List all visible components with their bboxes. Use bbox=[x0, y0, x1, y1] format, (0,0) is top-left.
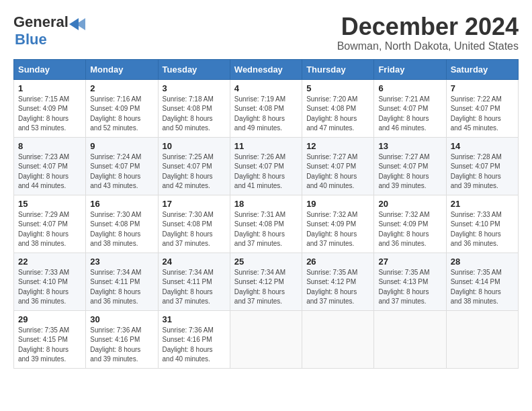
day-info: Sunrise: 7:36 AMSunset: 4:16 PMDaylight:… bbox=[163, 326, 214, 363]
day-info: Sunrise: 7:33 AMSunset: 4:10 PMDaylight:… bbox=[18, 269, 69, 306]
day-number: 19 bbox=[306, 199, 369, 209]
month-title: December 2024 bbox=[337, 13, 519, 40]
day-info: Sunrise: 7:30 AMSunset: 4:08 PMDaylight:… bbox=[163, 211, 214, 248]
logo-blue-text: Blue bbox=[15, 31, 47, 48]
weekday-header-row: SundayMondayTuesdayWednesdayThursdayFrid… bbox=[14, 59, 519, 79]
calendar-cell: 16Sunrise: 7:30 AMSunset: 4:08 PMDayligh… bbox=[86, 195, 158, 253]
day-number: 18 bbox=[234, 199, 298, 209]
week-row-1: 1Sunrise: 7:15 AMSunset: 4:09 PMDaylight… bbox=[14, 79, 519, 137]
calendar-cell: 30Sunrise: 7:36 AMSunset: 4:16 PMDayligh… bbox=[86, 310, 158, 368]
calendar-cell: 18Sunrise: 7:31 AMSunset: 4:08 PMDayligh… bbox=[230, 195, 302, 253]
weekday-header-monday: Monday bbox=[86, 59, 158, 79]
day-number: 13 bbox=[378, 141, 441, 151]
day-info: Sunrise: 7:34 AMSunset: 4:12 PMDaylight:… bbox=[234, 269, 285, 306]
calendar-cell: 8Sunrise: 7:23 AMSunset: 4:07 PMDaylight… bbox=[14, 137, 86, 195]
calendar-cell: 17Sunrise: 7:30 AMSunset: 4:08 PMDayligh… bbox=[158, 195, 230, 253]
location: Bowman, North Dakota, United States bbox=[337, 40, 519, 52]
day-info: Sunrise: 7:35 AMSunset: 4:13 PMDaylight:… bbox=[378, 269, 429, 306]
day-info: Sunrise: 7:15 AMSunset: 4:09 PMDaylight:… bbox=[18, 95, 69, 132]
day-number: 16 bbox=[90, 199, 153, 209]
calendar-cell bbox=[230, 310, 302, 368]
calendar-table: SundayMondayTuesdayWednesdayThursdayFrid… bbox=[13, 59, 519, 369]
day-number: 29 bbox=[18, 314, 81, 324]
day-info: Sunrise: 7:35 AMSunset: 4:15 PMDaylight:… bbox=[18, 326, 69, 363]
day-number: 24 bbox=[163, 257, 226, 267]
day-number: 6 bbox=[378, 83, 441, 93]
calendar-cell bbox=[302, 310, 374, 368]
calendar-cell: 10Sunrise: 7:25 AMSunset: 4:07 PMDayligh… bbox=[158, 137, 230, 195]
day-info: Sunrise: 7:25 AMSunset: 4:07 PMDaylight:… bbox=[163, 153, 214, 190]
day-info: Sunrise: 7:34 AMSunset: 4:11 PMDaylight:… bbox=[163, 269, 214, 306]
day-number: 11 bbox=[234, 141, 298, 151]
day-info: Sunrise: 7:36 AMSunset: 4:16 PMDaylight:… bbox=[90, 326, 141, 363]
calendar-cell: 25Sunrise: 7:34 AMSunset: 4:12 PMDayligh… bbox=[230, 253, 302, 310]
day-number: 17 bbox=[163, 199, 226, 209]
day-info: Sunrise: 7:16 AMSunset: 4:09 PMDaylight:… bbox=[90, 95, 141, 132]
day-info: Sunrise: 7:18 AMSunset: 4:08 PMDaylight:… bbox=[163, 95, 214, 132]
calendar-cell: 15Sunrise: 7:29 AMSunset: 4:07 PMDayligh… bbox=[14, 195, 86, 253]
day-number: 31 bbox=[163, 314, 226, 324]
day-info: Sunrise: 7:24 AMSunset: 4:07 PMDaylight:… bbox=[90, 153, 141, 190]
day-info: Sunrise: 7:28 AMSunset: 4:07 PMDaylight:… bbox=[451, 153, 502, 190]
weekday-header-tuesday: Tuesday bbox=[158, 59, 230, 79]
day-info: Sunrise: 7:21 AMSunset: 4:07 PMDaylight:… bbox=[378, 95, 429, 132]
week-row-2: 8Sunrise: 7:23 AMSunset: 4:07 PMDaylight… bbox=[14, 137, 519, 195]
calendar-cell: 22Sunrise: 7:33 AMSunset: 4:10 PMDayligh… bbox=[14, 253, 86, 310]
calendar-cell: 3Sunrise: 7:18 AMSunset: 4:08 PMDaylight… bbox=[158, 79, 230, 137]
calendar-cell: 9Sunrise: 7:24 AMSunset: 4:07 PMDaylight… bbox=[86, 137, 158, 195]
calendar-cell: 23Sunrise: 7:34 AMSunset: 4:11 PMDayligh… bbox=[86, 253, 158, 310]
day-number: 15 bbox=[18, 199, 81, 209]
day-info: Sunrise: 7:23 AMSunset: 4:07 PMDaylight:… bbox=[18, 153, 69, 190]
day-number: 30 bbox=[90, 314, 153, 324]
day-number: 22 bbox=[18, 257, 81, 267]
day-info: Sunrise: 7:31 AMSunset: 4:08 PMDaylight:… bbox=[234, 211, 285, 248]
calendar-cell: 21Sunrise: 7:33 AMSunset: 4:10 PMDayligh… bbox=[446, 195, 518, 253]
day-number: 1 bbox=[18, 83, 81, 93]
calendar-cell: 27Sunrise: 7:35 AMSunset: 4:13 PMDayligh… bbox=[374, 253, 446, 310]
week-row-3: 15Sunrise: 7:29 AMSunset: 4:07 PMDayligh… bbox=[14, 195, 519, 253]
day-number: 14 bbox=[451, 141, 514, 151]
day-info: Sunrise: 7:29 AMSunset: 4:07 PMDaylight:… bbox=[18, 211, 69, 248]
calendar-cell: 29Sunrise: 7:35 AMSunset: 4:15 PMDayligh… bbox=[14, 310, 86, 368]
weekday-header-friday: Friday bbox=[374, 59, 446, 79]
day-info: Sunrise: 7:27 AMSunset: 4:07 PMDaylight:… bbox=[378, 153, 429, 190]
calendar-cell: 26Sunrise: 7:35 AMSunset: 4:12 PMDayligh… bbox=[302, 253, 374, 310]
day-info: Sunrise: 7:33 AMSunset: 4:10 PMDaylight:… bbox=[451, 211, 502, 248]
weekday-header-saturday: Saturday bbox=[446, 59, 518, 79]
day-number: 23 bbox=[90, 257, 153, 267]
calendar-cell: 24Sunrise: 7:34 AMSunset: 4:11 PMDayligh… bbox=[158, 253, 230, 310]
day-number: 26 bbox=[306, 257, 369, 267]
calendar-cell: 12Sunrise: 7:27 AMSunset: 4:07 PMDayligh… bbox=[302, 137, 374, 195]
day-info: Sunrise: 7:27 AMSunset: 4:07 PMDaylight:… bbox=[306, 153, 357, 190]
day-info: Sunrise: 7:35 AMSunset: 4:14 PMDaylight:… bbox=[451, 269, 502, 306]
calendar-cell: 13Sunrise: 7:27 AMSunset: 4:07 PMDayligh… bbox=[374, 137, 446, 195]
calendar-cell: 11Sunrise: 7:26 AMSunset: 4:07 PMDayligh… bbox=[230, 137, 302, 195]
day-number: 28 bbox=[451, 257, 514, 267]
calendar-cell: 6Sunrise: 7:21 AMSunset: 4:07 PMDaylight… bbox=[374, 79, 446, 137]
day-info: Sunrise: 7:35 AMSunset: 4:12 PMDaylight:… bbox=[306, 269, 357, 306]
calendar-cell: 19Sunrise: 7:32 AMSunset: 4:09 PMDayligh… bbox=[302, 195, 374, 253]
day-info: Sunrise: 7:32 AMSunset: 4:09 PMDaylight:… bbox=[378, 211, 429, 248]
day-number: 25 bbox=[234, 257, 298, 267]
day-number: 4 bbox=[234, 83, 298, 93]
calendar-cell: 20Sunrise: 7:32 AMSunset: 4:09 PMDayligh… bbox=[374, 195, 446, 253]
calendar-cell: 7Sunrise: 7:22 AMSunset: 4:07 PMDaylight… bbox=[446, 79, 518, 137]
day-info: Sunrise: 7:26 AMSunset: 4:07 PMDaylight:… bbox=[234, 153, 285, 190]
logo: General Blue bbox=[13, 13, 89, 48]
day-info: Sunrise: 7:22 AMSunset: 4:07 PMDaylight:… bbox=[451, 95, 502, 132]
day-info: Sunrise: 7:32 AMSunset: 4:09 PMDaylight:… bbox=[306, 211, 357, 248]
calendar-cell: 14Sunrise: 7:28 AMSunset: 4:07 PMDayligh… bbox=[446, 137, 518, 195]
day-number: 12 bbox=[306, 141, 369, 151]
calendar-cell: 31Sunrise: 7:36 AMSunset: 4:16 PMDayligh… bbox=[158, 310, 230, 368]
day-number: 10 bbox=[163, 141, 226, 151]
day-number: 5 bbox=[306, 83, 369, 93]
calendar-cell: 5Sunrise: 7:20 AMSunset: 4:08 PMDaylight… bbox=[302, 79, 374, 137]
week-row-5: 29Sunrise: 7:35 AMSunset: 4:15 PMDayligh… bbox=[14, 310, 519, 368]
day-number: 8 bbox=[18, 141, 81, 151]
day-info: Sunrise: 7:19 AMSunset: 4:08 PMDaylight:… bbox=[234, 95, 285, 132]
day-number: 21 bbox=[451, 199, 514, 209]
calendar-cell bbox=[446, 310, 518, 368]
calendar-cell: 1Sunrise: 7:15 AMSunset: 4:09 PMDaylight… bbox=[14, 79, 86, 137]
weekday-header-wednesday: Wednesday bbox=[230, 59, 302, 79]
calendar-cell: 4Sunrise: 7:19 AMSunset: 4:08 PMDaylight… bbox=[230, 79, 302, 137]
